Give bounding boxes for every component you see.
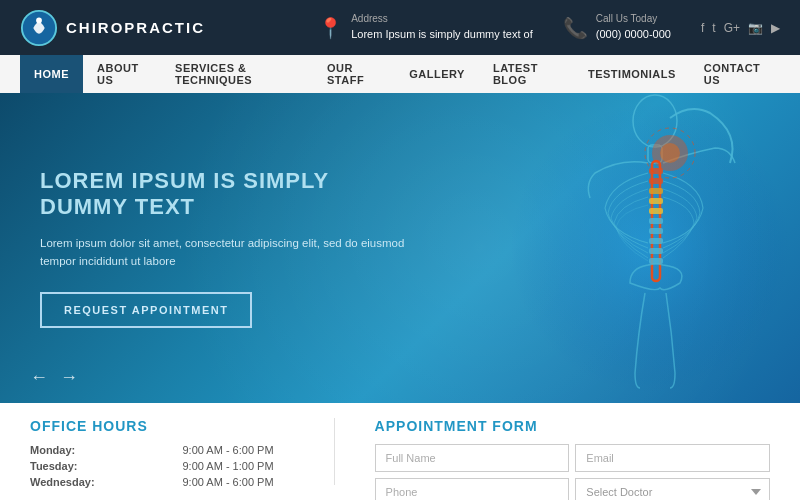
hours-row-monday: Monday: 9:00 AM - 6:00 PM bbox=[30, 444, 294, 456]
instagram-icon[interactable]: 📷 bbox=[748, 21, 763, 35]
email-input[interactable] bbox=[575, 444, 770, 472]
hours-table: Monday: 9:00 AM - 6:00 PM Tuesday: 9:00 … bbox=[30, 444, 294, 488]
phone-input[interactable] bbox=[375, 478, 570, 500]
phone-icon: 📞 bbox=[563, 16, 588, 40]
logo-icon bbox=[20, 9, 58, 47]
day-tuesday: Tuesday: bbox=[30, 460, 110, 472]
office-hours-panel: OFFICE HOURS Monday: 9:00 AM - 6:00 PM T… bbox=[30, 418, 294, 485]
office-hours-title: OFFICE HOURS bbox=[30, 418, 294, 434]
nav-blog[interactable]: LATEST BLOG bbox=[479, 55, 574, 93]
hours-row-tuesday: Tuesday: 9:00 AM - 1:00 PM bbox=[30, 460, 294, 472]
hero-title: LOREM IPSUM IS SIMPLY DUMMY TEXT bbox=[40, 168, 410, 220]
svg-point-1 bbox=[36, 17, 42, 23]
vertical-divider bbox=[334, 418, 335, 485]
hero-section: LOREM IPSUM IS SIMPLY DUMMY TEXT Lorem i… bbox=[0, 93, 800, 403]
svg-rect-11 bbox=[649, 218, 663, 224]
time-wednesday: 9:00 AM - 6:00 PM bbox=[182, 476, 273, 488]
day-monday: Monday: bbox=[30, 444, 110, 456]
header-contact: 📍 Address Lorem Ipsum is simply dummy te… bbox=[318, 13, 780, 42]
facebook-icon[interactable]: f bbox=[701, 21, 704, 35]
appointment-form-title: APPOINTMENT FORM bbox=[375, 418, 770, 434]
svg-rect-10 bbox=[649, 208, 663, 214]
svg-rect-15 bbox=[649, 258, 663, 264]
next-arrow[interactable]: → bbox=[60, 367, 78, 388]
svg-rect-12 bbox=[649, 228, 663, 234]
nav-staff[interactable]: OUR STAFF bbox=[313, 55, 395, 93]
time-tuesday: 9:00 AM - 1:00 PM bbox=[182, 460, 273, 472]
svg-rect-7 bbox=[649, 178, 663, 184]
svg-rect-14 bbox=[649, 248, 663, 254]
nav-contact[interactable]: CONTACT US bbox=[690, 55, 780, 93]
svg-rect-13 bbox=[649, 238, 663, 244]
nav-about[interactable]: ABOUT US bbox=[83, 55, 161, 93]
nav-gallery[interactable]: GALLERY bbox=[395, 55, 479, 93]
bottom-section: OFFICE HOURS Monday: 9:00 AM - 6:00 PM T… bbox=[0, 403, 800, 500]
form-grid: Select Doctor bbox=[375, 444, 770, 500]
nav-services[interactable]: SERVICES & TECHNIQUES bbox=[161, 55, 313, 93]
main-nav: HOME ABOUT US SERVICES & TECHNIQUES OUR … bbox=[0, 55, 800, 93]
nav-testimonials[interactable]: TESTIMONIALS bbox=[574, 55, 690, 93]
slider-controls: ← → bbox=[30, 367, 78, 388]
hero-subtitle: Lorem ipsum dolor sit amet, consectetur … bbox=[40, 234, 410, 271]
social-icons: f t G+ 📷 ▶ bbox=[701, 21, 780, 35]
body-illustration bbox=[420, 93, 800, 403]
svg-rect-6 bbox=[649, 168, 663, 174]
request-appointment-button[interactable]: REQUEST APPOINTMENT bbox=[40, 292, 252, 328]
svg-point-17 bbox=[660, 143, 680, 163]
location-icon: 📍 bbox=[318, 16, 343, 40]
phone-contact: 📞 Call Us Today (000) 0000-000 bbox=[563, 13, 671, 42]
logo-text: CHIROPRACTIC bbox=[66, 19, 205, 36]
address-contact: 📍 Address Lorem Ipsum is simply dummy te… bbox=[318, 13, 533, 42]
googleplus-icon[interactable]: G+ bbox=[724, 21, 740, 35]
youtube-icon[interactable]: ▶ bbox=[771, 21, 780, 35]
logo-area: CHIROPRACTIC bbox=[20, 9, 205, 47]
svg-rect-9 bbox=[649, 198, 663, 204]
svg-rect-8 bbox=[649, 188, 663, 194]
site-header: CHIROPRACTIC 📍 Address Lorem Ipsum is si… bbox=[0, 0, 800, 55]
phone-info: Call Us Today (000) 0000-000 bbox=[596, 13, 671, 42]
prev-arrow[interactable]: ← bbox=[30, 367, 48, 388]
hours-row-wednesday: Wednesday: 9:00 AM - 6:00 PM bbox=[30, 476, 294, 488]
twitter-icon[interactable]: t bbox=[712, 21, 715, 35]
day-wednesday: Wednesday: bbox=[30, 476, 110, 488]
doctor-select[interactable]: Select Doctor bbox=[575, 478, 770, 500]
nav-home[interactable]: HOME bbox=[20, 55, 83, 93]
address-info: Address Lorem Ipsum is simply dummy text… bbox=[351, 13, 533, 42]
hero-content: LOREM IPSUM IS SIMPLY DUMMY TEXT Lorem i… bbox=[0, 138, 450, 359]
full-name-input[interactable] bbox=[375, 444, 570, 472]
appointment-form-panel: APPOINTMENT FORM Select Doctor bbox=[375, 418, 770, 485]
time-monday: 9:00 AM - 6:00 PM bbox=[182, 444, 273, 456]
